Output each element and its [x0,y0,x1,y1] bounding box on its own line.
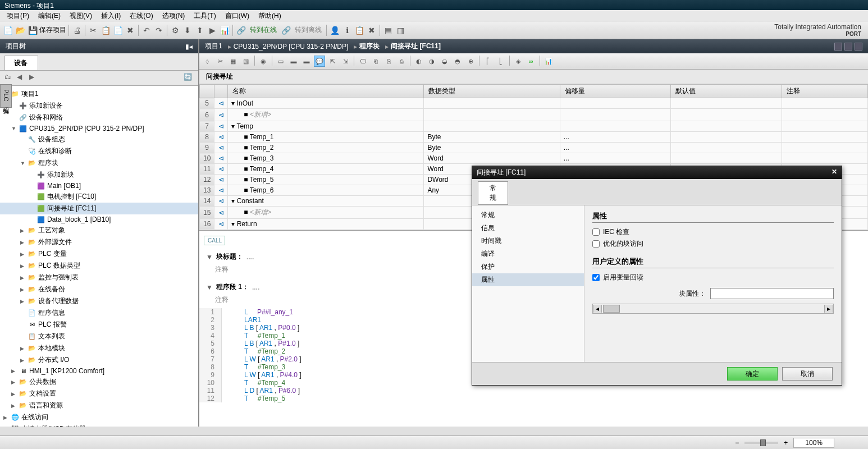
tree-item[interactable]: ▶📂PLC 变量 [0,248,198,260]
view-icon[interactable]: 🗂 [4,73,15,83]
tree-item[interactable]: ▶🖥HMI_1 [KP1200 Comfort] [0,366,198,376]
ins2-icon[interactable]: ⎘ [383,56,394,67]
box3-icon[interactable]: ▬ [301,56,312,67]
tree-item[interactable]: ▼📁项目1 [0,88,198,100]
dialog-nav-item[interactable]: 属性 [472,273,584,286]
insert-icon[interactable]: ⎀ [202,56,213,67]
variable-row[interactable]: 9⊲■ Temp_2Byte... [200,143,868,153]
optimized-access-box[interactable] [592,240,600,248]
tree-item[interactable]: 🔧设备组态 [0,134,198,145]
go-online-icon[interactable]: 🔗 [235,25,246,36]
enable-readback-box[interactable] [592,274,600,281]
sim-icon[interactable]: ▶ [207,25,218,36]
side-tab-plc[interactable]: PLC 编程 [0,84,12,108]
cancel-button[interactable]: 取消 [782,367,833,381]
scroll-thumb[interactable] [603,305,620,313]
tree-item[interactable]: 🩺在线和诊断 [0,145,198,157]
tree-item[interactable]: ▶📂文档设置 [0,388,198,400]
d1-icon[interactable]: ◈ [513,56,524,67]
split-h-icon[interactable]: ▤ [382,25,394,36]
tree-item[interactable]: ▶📂本地模块 [0,342,198,354]
paste-icon[interactable]: 📄 [112,25,124,36]
go-offline-label[interactable]: 转到离线 [295,25,322,35]
delete-icon[interactable]: ✖ [125,25,136,36]
c5-icon[interactable]: ⊕ [465,56,476,67]
refresh-icon[interactable]: 🔄 [184,73,194,83]
tree-item[interactable]: ✉PLC 报警 [0,319,198,331]
back-icon[interactable]: ◀ [17,73,27,83]
tree-item[interactable]: ▶📂分布式 I/O [0,354,198,366]
collapse-icon[interactable]: ▮◂ [185,43,193,51]
new-project-icon[interactable]: 📄 [2,25,13,36]
open-project-icon[interactable]: 📂 [15,25,26,36]
menu-item[interactable]: 插入(I) [97,10,125,21]
menu-item[interactable]: 视图(V) [65,10,97,21]
zoom-value[interactable]: 100% [793,438,834,448]
tree-item[interactable]: ▶📂设备代理数据 [0,295,198,307]
tree-item[interactable]: 📋文本列表 [0,331,198,342]
close-icon[interactable] [855,43,862,51]
info2-icon[interactable]: 📋 [354,25,365,36]
dialog-nav-item[interactable]: 常规 [472,209,584,222]
c4-icon[interactable]: ◓ [452,56,463,67]
box2-icon[interactable]: ▬ [288,56,299,67]
mark-icon[interactable]: ◉ [258,56,269,67]
copy-icon[interactable]: 📋 [100,25,111,36]
dialog-title-bar[interactable]: 间接寻址 [FC11] ✕ [472,166,842,179]
ins-icon[interactable]: ⎗ [370,56,381,67]
scroll-right-icon[interactable]: ▸ [824,305,833,313]
menu-item[interactable]: 工具(T) [189,10,220,21]
dialog-nav-item[interactable]: 保护 [472,260,584,273]
download-icon[interactable]: ⬇ [182,25,193,36]
tree-item[interactable]: ▶📂语言和资源 [0,400,198,411]
box-icon[interactable]: ▭ [275,56,286,67]
redo-icon[interactable]: ↷ [153,25,165,36]
tree-item[interactable]: ▶📂外部源文件 [0,236,198,248]
code-line[interactable]: 11L D [ AR1 , P#6.0 ] [199,387,868,395]
tree-item[interactable]: 🟦Data_block_1 [DB10] [0,214,198,224]
tree-item[interactable]: 📄程序信息 [0,307,198,319]
compile-icon[interactable]: ⚙ [170,25,181,36]
variable-row[interactable]: 10⊲■ Temp_3Word... [200,153,868,164]
c3-icon[interactable]: ◒ [439,56,450,67]
scroll-left-icon[interactable]: ◂ [593,305,602,313]
split-v-icon[interactable]: ▥ [395,25,406,36]
tree-item[interactable]: ▶📂工艺对象 [0,224,198,236]
dialog-tab-general[interactable]: 常规 [478,181,508,205]
variable-row[interactable]: 6⊲■ <新增> [200,109,868,121]
go-online-label[interactable]: 转到在线 [250,25,277,35]
dialog-scrollbar[interactable]: ◂ ▸ [592,304,834,314]
tree-item[interactable]: 🟪Main [OB1] [0,181,198,191]
tree-item[interactable]: 🟩间接寻址 [FC11] [0,203,198,214]
menu-item[interactable]: 在线(O) [125,10,157,21]
chat-icon[interactable]: 💬 [314,56,325,67]
tree-item[interactable]: ▶📂监控与强制表 [0,272,198,283]
close-icon[interactable]: ✕ [832,168,837,177]
tree-item[interactable]: ▶🌐在线访问 [0,411,198,423]
iec-check-box[interactable] [592,228,600,236]
maximize-icon[interactable] [844,43,852,51]
menu-item[interactable]: 编辑(E) [34,10,65,21]
tree-item[interactable]: ▶📂公共数据 [0,376,198,388]
ok-button[interactable]: 确定 [727,367,778,381]
menu-item[interactable]: 窗口(W) [221,10,254,21]
variable-row[interactable]: 5⊲▾ InOut [200,98,868,109]
zoom-out-icon[interactable]: − [735,439,739,447]
menu-item[interactable]: 帮助(H) [254,10,286,21]
cut-icon[interactable]: ✂ [88,25,99,36]
monitor-icon[interactable]: 📊 [543,56,554,67]
tree-item[interactable]: ➕添加新设备 [0,100,198,112]
code-line[interactable]: 12T #Temp_5 [199,395,868,402]
dialog-nav-item[interactable]: 编译 [472,248,584,260]
info-icon[interactable]: ℹ [341,25,353,36]
zoom-slider[interactable] [760,439,766,446]
dialog-nav-item[interactable]: 信息 [472,222,584,235]
b1-icon[interactable]: ⎡ [482,56,494,67]
devices-tab[interactable]: 设备 [4,56,38,70]
fwd-icon[interactable]: ▶ [29,73,39,83]
tree-item[interactable]: ▶📂在线备份 [0,283,198,295]
undo-icon[interactable]: ↶ [141,25,152,36]
network-icon[interactable]: ▦ [227,56,239,67]
close-icon[interactable]: ✖ [366,25,377,36]
go-offline-icon[interactable]: 🔗 [280,25,291,36]
